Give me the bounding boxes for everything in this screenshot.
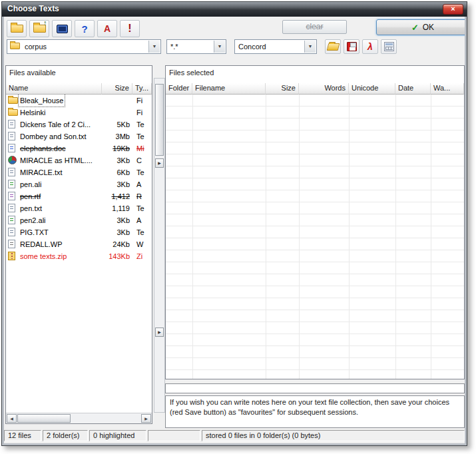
- file-type: Te: [136, 202, 144, 214]
- grid-column-line: [431, 95, 431, 379]
- folder-file-icon: [8, 97, 18, 104]
- file-name: MIRACLE as HTML....: [19, 154, 94, 166]
- check-icon: ✓: [411, 23, 419, 33]
- calculator-icon: [384, 42, 394, 51]
- files-selected-grid[interactable]: [166, 95, 464, 379]
- file-row[interactable]: Dickens Tale of 2 Ci...5KbTe: [6, 118, 152, 130]
- folder-combo[interactable]: corpus ▼: [7, 39, 161, 54]
- stats-button[interactable]: [381, 39, 397, 54]
- pdf-button[interactable]: λ: [362, 39, 378, 54]
- vertical-scrollbar-thumb[interactable]: [155, 84, 164, 156]
- close-button[interactable]: ×: [443, 4, 463, 15]
- help-button[interactable]: ?: [75, 20, 95, 37]
- tool-combo-dropdown[interactable]: ▼: [304, 41, 316, 53]
- horizontal-scrollbar[interactable]: ◀ ▶: [6, 413, 152, 423]
- file-type: Te: [136, 166, 144, 178]
- choose-texts-window: Choose Texts × ↑ ? A ! clear ✓ OK corpus…: [1, 1, 467, 446]
- close-icon: ×: [451, 5, 455, 13]
- status-stored: stored 0 files in 0 folder(s) (0 bytes): [202, 430, 465, 441]
- font-button[interactable]: A: [97, 20, 117, 37]
- file-row[interactable]: pen.txt1,119Te: [6, 202, 152, 214]
- file-type: C: [136, 154, 142, 166]
- file-row[interactable]: pen2.ali3KbA: [6, 214, 152, 226]
- file-type: Te: [136, 226, 144, 238]
- move-to-selected-button[interactable]: ▶: [155, 158, 164, 168]
- column-header-warnings[interactable]: Wa...: [431, 83, 464, 95]
- doc-file-icon: [8, 144, 15, 152]
- column-header-words[interactable]: Words: [299, 83, 349, 95]
- save-favourites-button[interactable]: [344, 39, 359, 54]
- file-row[interactable]: HelsinkiFi: [6, 107, 152, 118]
- rtf-file-icon: [8, 192, 15, 200]
- vertical-scrollbar[interactable]: ▶ ▶: [154, 78, 165, 413]
- status-files: 12 files: [4, 430, 41, 441]
- column-header-size[interactable]: Size: [102, 83, 132, 95]
- choose-folder-button[interactable]: [7, 20, 27, 37]
- file-row[interactable]: elephants.doc19KbMi: [6, 142, 152, 154]
- column-header-unicode[interactable]: Unicode: [349, 83, 395, 95]
- file-type: Te: [136, 118, 144, 130]
- column-header-filename[interactable]: Filename: [192, 83, 266, 95]
- window-title: Choose Texts: [7, 2, 59, 16]
- font-icon: A: [104, 23, 111, 34]
- acrobat-icon: λ: [367, 41, 373, 52]
- scroll-right-button[interactable]: ▶: [141, 414, 151, 423]
- column-header-date[interactable]: Date: [395, 83, 431, 95]
- open-favourites-button[interactable]: [325, 39, 341, 54]
- tool-combo-value: Concord: [238, 40, 266, 53]
- arrow-right-icon: ▶: [144, 417, 148, 421]
- file-row[interactable]: pen.rtf1,412R: [6, 190, 152, 202]
- file-type: Mi: [136, 142, 144, 154]
- parent-folder-button[interactable]: ↑: [29, 20, 49, 37]
- file-name: pen2.ali: [19, 214, 47, 226]
- file-row[interactable]: MIRACLE.txt6KbTe: [6, 166, 152, 178]
- file-row[interactable]: pen.ali3KbA: [6, 178, 152, 190]
- up-arrow-icon: ↑: [43, 19, 47, 26]
- files-available-title: Files available: [9, 69, 56, 77]
- notes-area[interactable]: If you wish you can write notes here on …: [165, 395, 465, 428]
- status-folders: 2 folder(s): [43, 430, 88, 441]
- file-row[interactable]: Dombey and Son.txt3MbTe: [6, 130, 152, 142]
- file-row[interactable]: some texts.zip143KbZi: [6, 250, 152, 262]
- folder-up-icon: ↑: [33, 25, 46, 33]
- file-row[interactable]: MIRACLE as HTML....3KbC: [6, 154, 152, 166]
- file-size: 5Kb: [102, 118, 132, 130]
- file-row[interactable]: Bleak_HouseFi: [6, 95, 152, 107]
- file-pattern-dropdown[interactable]: ▼: [214, 41, 225, 53]
- notes-text: If you wish you can write notes here on …: [170, 397, 460, 417]
- titlebar[interactable]: Choose Texts ×: [2, 2, 467, 17]
- file-pattern-combo[interactable]: *.* ▼: [166, 39, 226, 54]
- file-size: 6Kb: [102, 166, 132, 178]
- file-row[interactable]: REDALL.WP24KbW: [6, 238, 152, 250]
- clear-button[interactable]: clear: [282, 20, 347, 34]
- file-type: Fi: [136, 107, 142, 118]
- folder-combo-value: corpus: [25, 40, 47, 53]
- horizontal-scrollbar-thumb[interactable]: [17, 414, 71, 423]
- warning-button[interactable]: !: [120, 20, 140, 37]
- folder-combo-dropdown[interactable]: ▼: [148, 41, 160, 53]
- ok-button[interactable]: ✓ OK: [376, 19, 465, 35]
- grid-column-line: [266, 95, 266, 379]
- grid-column-line: [349, 95, 350, 379]
- tool-combo[interactable]: Concord ▼: [234, 39, 317, 54]
- move-to-selected-button-2[interactable]: ▶: [155, 328, 164, 337]
- column-header-folder[interactable]: Folder: [166, 83, 192, 95]
- column-header-name[interactable]: Name: [6, 83, 102, 95]
- status-bar: 12 files 2 folder(s) 0 highlighted store…: [4, 430, 465, 441]
- view-button[interactable]: [52, 20, 72, 37]
- file-name: pen.rtf: [19, 190, 42, 202]
- file-type: Zi: [136, 250, 142, 262]
- file-size: 3Kb: [102, 154, 132, 166]
- file-row[interactable]: PIG.TXT3KbTe: [6, 226, 152, 238]
- column-header-size[interactable]: Size: [266, 83, 299, 95]
- clear-button-label: clear: [306, 22, 323, 31]
- file-type: A: [136, 178, 141, 190]
- grid-column-line: [395, 95, 396, 379]
- scroll-left-button[interactable]: ◀: [7, 414, 17, 423]
- notes-input[interactable]: [165, 383, 465, 393]
- file-type: A: [136, 214, 141, 226]
- ali-file-icon: [8, 216, 15, 224]
- files-available-header: Name Size Ty...: [6, 83, 152, 95]
- column-header-type[interactable]: Ty...: [132, 83, 152, 95]
- status-highlighted: 0 highlighted: [89, 430, 146, 441]
